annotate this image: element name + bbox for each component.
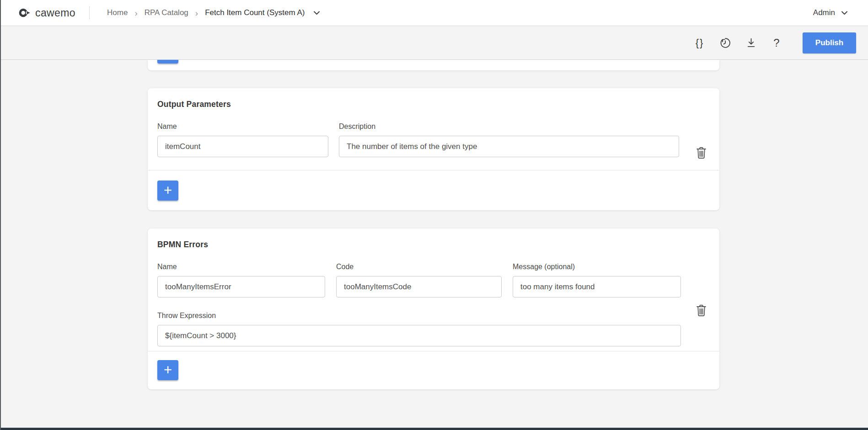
name-label: Name [157,122,328,131]
embed-code-button[interactable]: {} [693,35,707,51]
error-message-field-group: Message (optional) [513,262,681,297]
brand-wordmark: cawemo [35,7,75,19]
download-button[interactable] [744,35,758,51]
history-icon [719,37,731,49]
breadcrumb-current-item[interactable]: Fetch Item Count (System A) [205,8,305,17]
publish-button[interactable]: Publish [803,32,856,53]
breadcrumb: Home › RPA Catalog › Fetch Item Count (S… [107,8,320,17]
parameter-description-input[interactable] [339,136,679,157]
error-name-input[interactable] [157,276,325,297]
bpmn-errors-card: BPMN Errors Name Code Message (optional)… [148,228,719,389]
throw-expression-field-group: Throw Expression [157,311,681,346]
card-divider [148,170,719,170]
chevron-right-icon: › [195,9,198,17]
chevron-right-icon: › [134,9,137,17]
delete-error-button[interactable] [696,304,707,317]
throw-expression-label: Throw Expression [157,311,681,320]
name-label: Name [157,262,325,271]
add-output-parameter-button[interactable]: + [157,180,178,201]
card-divider [148,351,719,351]
section-title: BPMN Errors [157,240,707,250]
message-label: Message (optional) [513,262,681,271]
input-parameters-card-partial: + [148,60,719,70]
version-history-button[interactable] [718,35,732,51]
download-icon [745,37,757,48]
error-row: Name Code Message (optional) Throw Expre… [157,262,681,346]
error-code-input[interactable] [336,276,502,297]
top-navigation-bar: cawemo Home › RPA Catalog › Fetch Item C… [0,0,868,26]
nav-divider [89,6,90,19]
curly-braces-icon: {} [696,37,704,49]
question-mark-icon: ? [773,37,779,49]
window-bottom-bar [0,428,868,430]
trash-icon [696,146,707,159]
output-parameters-card: Output Parameters Name Description + [148,88,719,210]
breadcrumb-home[interactable]: Home [107,8,128,17]
delete-parameter-button[interactable] [696,146,707,159]
cawemo-logo[interactable]: cawemo [18,7,75,19]
code-label: Code [336,262,502,271]
description-field-group: Description [339,122,679,157]
description-label: Description [339,122,679,131]
name-field-group: Name [157,122,328,157]
section-title: Output Parameters [157,100,707,109]
error-name-field-group: Name [157,262,325,297]
error-message-input[interactable] [513,276,681,297]
user-menu-label: Admin [813,8,835,17]
parameter-name-input[interactable] [157,136,328,157]
window-edge [0,0,1,430]
add-bpmn-error-button[interactable]: + [157,360,178,380]
throw-expression-input[interactable] [157,325,681,346]
cawemo-logo-icon [18,7,31,18]
editor-toolbar: {} ? Publish [0,26,868,60]
help-button[interactable]: ? [770,35,783,51]
chevron-down-icon [841,11,848,15]
user-menu[interactable]: Admin [813,8,848,17]
error-code-field-group: Code [336,262,502,297]
add-row-button[interactable]: + [157,60,178,64]
parameter-row: Name Description [157,122,707,157]
trash-icon [696,304,707,317]
chevron-down-icon[interactable] [313,11,320,15]
breadcrumb-rpa-catalog[interactable]: RPA Catalog [145,8,188,17]
